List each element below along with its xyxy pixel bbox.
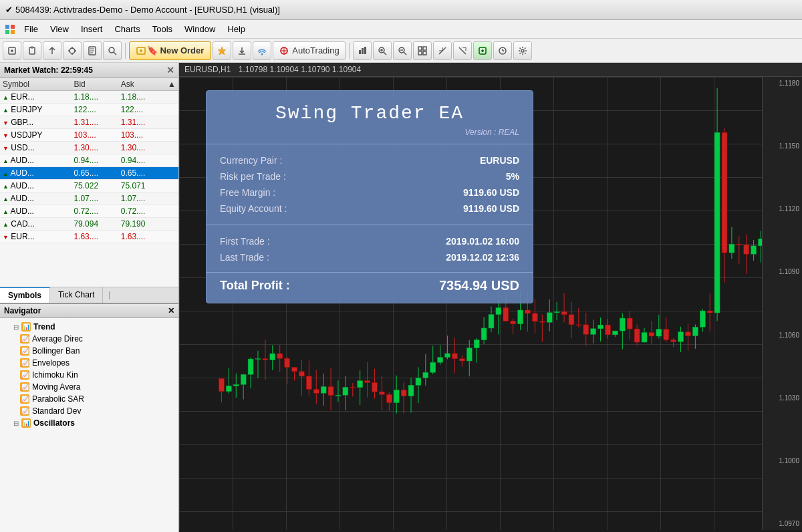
svg-rect-111 [423,372,428,378]
nav-folder-item[interactable]: ⊟ 📊 Trend [0,321,178,333]
svg-rect-59 [233,384,239,386]
toolbar-chart-btn3[interactable] [453,41,472,60]
tab-symbols[interactable]: Symbols [0,287,50,303]
toolbar-green-btn[interactable] [473,41,492,60]
menu-help[interactable]: Help [222,23,251,35]
toolbar-star-btn[interactable] [213,41,231,60]
toolbar-clock-btn[interactable] [493,41,512,60]
svg-rect-173 [649,333,654,336]
svg-rect-71 [277,354,283,358]
market-tabs: Symbols Tick Chart | [0,287,178,303]
svg-point-18 [109,47,114,53]
menu-tools[interactable]: Tools [147,23,178,35]
table-row[interactable]: ▼ USDJPY 103.... 103.... [0,129,178,142]
nav-leaf-item[interactable]: 📈 Envelopes [0,357,178,369]
toolbar-crosshair-btn[interactable] [63,41,82,60]
info-card-details: Currency Pair :EURUSDRisk per Trade :5%F… [207,144,533,225]
market-watch-title: Market Watch: 22:59:45 [4,65,93,75]
toolbar-chart-btn2[interactable] [433,41,452,60]
nav-leaf-item[interactable]: 📈 Bollinger Ban [0,345,178,357]
table-row[interactable]: ▲ AUD... 75.022 75.071 [0,180,178,192]
svg-rect-163 [612,331,618,335]
svg-line-44 [459,47,466,54]
table-row[interactable]: ▲ AUD... 0.72.... 0.72.... [0,205,178,218]
nav-leaf-item[interactable]: 📈 Standard Dev [0,405,178,417]
menu-insert[interactable]: Insert [76,23,108,35]
table-row[interactable]: ▼ USD... 1.30.... 1.30.... [0,142,178,154]
toolbar-arrow-btn[interactable] [43,41,61,60]
svg-rect-161 [606,325,611,335]
svg-rect-93 [358,381,363,388]
svg-rect-29 [364,47,366,54]
table-row[interactable]: ▲ AUD... 0.94.... 0.94.... [0,154,178,167]
market-watch-header: Market Watch: 22:59:45 ✕ [0,63,178,78]
svg-rect-193 [722,132,727,253]
svg-rect-151 [569,315,574,325]
navigator-close[interactable]: ✕ [168,306,174,315]
svg-rect-127 [481,328,487,340]
separator-1 [125,43,126,59]
auto-trading-label: AutoTrading [292,45,339,55]
table-row[interactable]: ▲ CAD... 79.094 79.190 [0,218,178,231]
toolbar-plus-btn[interactable] [3,41,21,60]
nav-leaf-item[interactable]: 📈 Average Direc [0,333,178,345]
profit-value: 7354.94 USD [439,278,519,293]
table-row[interactable]: ▲ AUD... 0.65.... 0.65.... [0,167,178,180]
chart-canvas[interactable]: Swing Trader EA Version : REAL Currency … [179,77,802,530]
toolbar-search-btn[interactable] [103,41,122,60]
svg-rect-1 [11,25,15,29]
svg-rect-89 [343,387,348,395]
menu-view[interactable]: View [45,23,74,35]
market-watch-close[interactable]: ✕ [166,65,174,76]
table-row[interactable]: ▲ EUR... 1.18.... 1.18.... [0,91,178,104]
price-label: 1.1120 [764,205,801,213]
svg-rect-40 [423,51,426,55]
table-row[interactable]: ▲ EURJPY 122.... 122.... [0,104,178,116]
menu-charts[interactable]: Charts [109,23,145,35]
toolbar-doc-btn[interactable] [83,41,102,60]
svg-rect-2 [5,30,9,34]
table-row[interactable]: ▼ GBP... 1.31.... 1.31.... [0,116,178,129]
svg-rect-81 [313,389,319,393]
svg-line-19 [114,52,116,55]
table-row[interactable]: ▼ EUR... 1.63.... 1.63.... [0,231,178,243]
svg-rect-91 [350,387,356,388]
tab-tick-chart[interactable]: Tick Chart [50,287,103,303]
svg-rect-189 [707,311,712,313]
svg-rect-109 [416,378,421,385]
svg-rect-87 [336,395,341,396]
new-order-button[interactable]: 🔖 New Order [129,41,211,60]
toolbar-chart-btn1[interactable] [353,41,372,60]
svg-rect-157 [591,329,596,334]
svg-rect-38 [423,47,426,50]
info-field-row: Equity Account :9119.60 USD [220,201,519,217]
toolbar-download-btn[interactable] [233,41,251,60]
toolbar-zoom-out-btn[interactable] [393,41,412,60]
svg-point-24 [261,53,263,55]
nav-leaf-item[interactable]: 📈 Parabolic SAR [0,393,178,405]
col-symbol: Symbol [0,78,71,91]
market-tbody: ▲ EUR... 1.18.... 1.18.... ▲ EURJPY 122.… [0,91,178,243]
svg-rect-117 [445,354,450,358]
toolbar-settings-btn[interactable] [513,41,532,60]
toolbar-wifi-btn[interactable] [253,41,271,60]
toolbar-tile-btn[interactable] [413,41,432,60]
nav-folder-item[interactable]: ⊟ 📊 Oscillators [0,417,178,429]
nav-leaf-item[interactable]: 📈 Moving Avera [0,381,178,393]
toolbar-clipboard-btn[interactable] [23,41,41,60]
svg-rect-137 [518,310,523,324]
svg-rect-57 [226,386,231,391]
svg-rect-75 [292,368,297,372]
table-row[interactable]: ▲ AUD... 1.07.... 1.07.... [0,192,178,205]
title-bar: ✔ 5084439: Activtrades-Demo - Demo Accou… [0,0,802,20]
nav-leaf-item[interactable]: 📈 Ichimoku Kin [0,369,178,381]
menu-file[interactable]: File [19,23,43,35]
menu-window[interactable]: Window [179,23,221,35]
navigator-header: Navigator ✕ [0,303,178,318]
svg-rect-159 [598,325,604,329]
svg-rect-135 [511,321,516,323]
svg-rect-165 [620,318,625,331]
auto-trading-button[interactable]: AutoTrading [273,41,345,60]
toolbar-zoom-in-btn[interactable] [373,41,392,60]
svg-rect-169 [634,329,640,342]
